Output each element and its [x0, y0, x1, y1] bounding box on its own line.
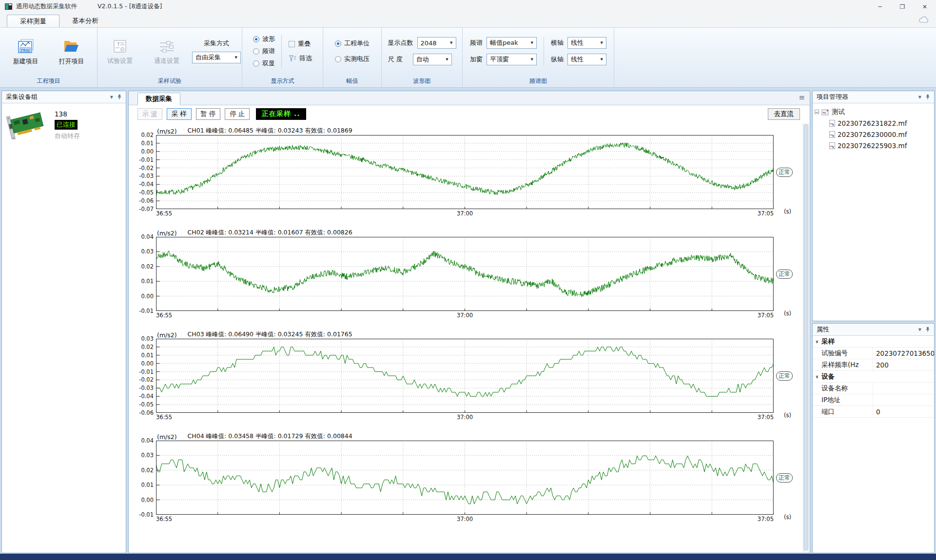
cloud-icon[interactable]: [918, 16, 929, 23]
device-id: 138: [55, 110, 80, 118]
chart-unit-label: (m/s2): [157, 433, 177, 441]
tab-basic-analysis[interactable]: 基本分析: [59, 15, 111, 27]
radio-waveform[interactable]: 波形: [253, 35, 275, 43]
radio-dual[interactable]: 双显: [253, 59, 275, 68]
waveform-plot[interactable]: [156, 339, 774, 413]
title-bar: 通用动态数据采集软件 V2.0.1.5 - [8通道设备] ─ ❐ ✕: [0, 0, 936, 13]
property-value: [873, 383, 934, 394]
y-tick-label: 0.02: [141, 467, 154, 474]
x-unit-label: (s): [784, 514, 791, 521]
x-tick-label: 37:05: [758, 210, 774, 217]
property-group-row[interactable]: ∨设备: [813, 371, 934, 383]
y-tick-label: 0.01: [141, 352, 154, 359]
new-project-button[interactable]: PROJ 新建项目: [4, 37, 47, 66]
minimize-icon[interactable]: ─: [869, 0, 891, 13]
tree-file-item[interactable]: 20230726231822.mf: [815, 117, 932, 129]
properties-panel: 属性 ▼ ∨采样试验编号20230727013650采样频率(Hz200∨设备设…: [812, 323, 935, 553]
property-group-row[interactable]: ∨采样: [813, 336, 934, 348]
device-item[interactable]: 138 已连接 自动转存: [2, 103, 126, 146]
acq-mode-select[interactable]: 自由采集▼: [192, 52, 241, 63]
x-tick-label: 37:00: [457, 312, 473, 319]
radio-measured-voltage[interactable]: 实测电压: [335, 55, 370, 63]
spectrum-label: 频谱: [470, 39, 483, 47]
menu-icon[interactable]: ≡: [799, 93, 805, 102]
properties-grid: ∨采样试验编号20230727013650采样频率(Hz200∨设备设备名称IP…: [813, 336, 934, 418]
y-tick-label: -0.02: [139, 376, 154, 383]
remove-dc-button[interactable]: 去直流: [768, 108, 800, 120]
y-tick-label: 0.03: [141, 452, 154, 459]
chart-unit-label: (m/s2): [157, 331, 177, 339]
overlap-checkbox[interactable]: 重叠: [289, 39, 312, 48]
pin-icon[interactable]: [117, 94, 122, 100]
chevron-down-icon: ▼: [446, 58, 448, 61]
sample-button[interactable]: 采 样: [167, 108, 192, 120]
channel-status-badge: 正常: [776, 371, 793, 381]
chevron-down-icon: ▼: [235, 56, 237, 59]
tree-expander-icon[interactable]: −: [815, 110, 819, 114]
scope-button[interactable]: 示 波: [137, 108, 162, 120]
window-select[interactable]: 平顶窗▼: [487, 54, 537, 65]
x-tick-label: 37:00: [457, 210, 473, 217]
project-manager-title: 项目管理器: [817, 93, 848, 101]
tab-sampling-measure[interactable]: 采样测量: [7, 15, 59, 27]
open-project-button[interactable]: 打开项目: [50, 37, 93, 66]
y-tick-label: -0.01: [139, 308, 154, 314]
y-tick-label: 0.03: [141, 335, 154, 342]
test-settings-button[interactable]: T 试验设置: [98, 38, 141, 65]
panel-collapse-icon[interactable]: ▼: [110, 95, 113, 99]
chart-unit-label: (m/s2): [157, 128, 177, 135]
y-tick-label: -0.06: [139, 409, 154, 416]
channel-settings-button[interactable]: 通道设置: [145, 38, 188, 65]
channel-status-badge: 正常: [776, 168, 793, 177]
project-tree: − 测试 20230726231822.mf20230726230000.mf2…: [813, 103, 934, 154]
property-group-name: 设备: [821, 372, 873, 381]
chart-unit-label: (m/s2): [157, 230, 177, 237]
filter-button[interactable]: 筛选: [289, 54, 312, 63]
scrollbar-thumb[interactable]: [804, 124, 808, 550]
waveform-plot[interactable]: [156, 441, 774, 515]
xaxis-select[interactable]: 线性▼: [567, 37, 606, 49]
yaxis-select[interactable]: 线性▼: [567, 54, 606, 65]
tree-file-item[interactable]: 20230726230000.mf: [815, 129, 932, 140]
group-spectrum-chart: 频谱 幅值peak▼ 加窗 平顶窗▼ 横轴 线性▼ 纵轴 线性▼: [463, 28, 614, 75]
x-tick-label: 36:55: [156, 210, 172, 217]
tree-file-item[interactable]: 20230726225903.mf: [815, 140, 932, 151]
scale-select[interactable]: 自动▼: [413, 54, 452, 65]
group-label-amplitude: 幅值: [323, 75, 382, 87]
points-select[interactable]: 2048▼: [417, 37, 456, 49]
chevron-down-icon: ▼: [531, 58, 533, 61]
pin-icon[interactable]: [925, 327, 930, 332]
svg-text:T: T: [117, 42, 120, 47]
y-axis-labels: 0.030.020.010.00-0.01-0.02-0.03-0.04-0.0…: [133, 339, 156, 413]
group-sampling-test: T 试验设置 通道设置 采集方式 自由采集▼: [98, 28, 242, 75]
sampling-status-badge: 正在采样 ..: [256, 108, 306, 120]
maximize-icon[interactable]: ❐: [891, 0, 914, 13]
radio-icon: [335, 40, 341, 47]
radio-spectrum[interactable]: 频谱: [253, 47, 275, 56]
pause-button[interactable]: 暂 停: [196, 108, 221, 120]
vertical-scrollbar[interactable]: [803, 123, 809, 552]
chevron-down-icon: ▼: [601, 41, 603, 45]
x-tick-label: 36:55: [156, 312, 172, 319]
waveform-plot[interactable]: [156, 237, 774, 311]
channel-status-badge: 正常: [776, 270, 793, 279]
spectrum-select[interactable]: 幅值peak▼: [487, 37, 537, 49]
y-tick-label: 0.02: [141, 263, 154, 270]
panel-collapse-icon[interactable]: ▼: [918, 328, 921, 332]
chevron-down-icon: ∨: [813, 339, 821, 344]
tree-root-test[interactable]: − 测试: [815, 106, 932, 117]
close-icon[interactable]: ✕: [914, 0, 936, 13]
radio-engineering-unit[interactable]: 工程单位: [335, 39, 370, 48]
device-panel-title: 采集设备组: [6, 93, 38, 101]
waveform-plot[interactable]: [156, 135, 774, 209]
stop-button[interactable]: 停 止: [225, 108, 250, 120]
panel-collapse-icon[interactable]: ▼: [918, 95, 921, 99]
pin-icon[interactable]: [925, 94, 930, 100]
y-tick-label: 0.01: [141, 482, 154, 488]
y-axis-labels: 0.020.010.00-0.01-0.02-0.03-0.04-0.05-0.…: [133, 135, 156, 209]
tab-data-acquisition[interactable]: 数据采集: [137, 93, 180, 105]
property-label: 采样频率(Hz: [821, 361, 873, 369]
x-unit-label: (s): [784, 208, 791, 215]
app-icon: [5, 3, 12, 10]
chart-block: (m/s2) CH04 峰峰值: 0.03458 半峰值: 0.01729 有效…: [133, 431, 795, 523]
